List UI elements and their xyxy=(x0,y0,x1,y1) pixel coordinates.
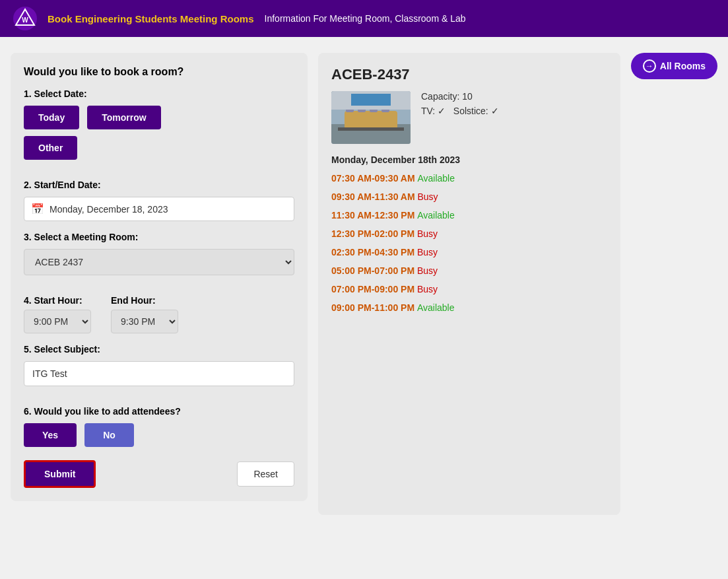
room-image xyxy=(331,91,411,144)
step4-section: 4. Start Hour: 9:00 PM 9:30 PM 10:00 PM … xyxy=(24,295,294,333)
step5-section: 5. Select Subject: xyxy=(24,344,294,397)
yes-button[interactable]: Yes xyxy=(24,423,77,447)
reset-button[interactable]: Reset xyxy=(237,461,294,487)
step5-label: 5. Select Subject: xyxy=(24,344,294,355)
slot-status-2: Available xyxy=(417,210,455,221)
other-button[interactable]: Other xyxy=(24,136,77,160)
booking-form-panel: Would you like to book a room? 1. Select… xyxy=(11,53,308,501)
time-range-1: 09:30 AM-11:30 AM xyxy=(331,191,417,202)
svg-rect-6 xyxy=(338,127,404,131)
step1-section: 1. Select Date: Today Tomorrow Other xyxy=(24,88,294,170)
header: W Book Engineering Students Meeting Room… xyxy=(0,0,728,37)
time-slots-container: 07:30 AM-09:30 AM Available09:30 AM-11:3… xyxy=(331,173,607,313)
time-range-0: 07:30 AM-09:30 AM xyxy=(331,173,417,184)
time-slot-6: 07:00 PM-09:00 PM Busy xyxy=(331,284,607,294)
room-details: Capacity: 10 TV: ✓ Solstice: ✓ xyxy=(421,91,499,144)
solstice-label: Solstice: xyxy=(453,106,491,116)
time-range-5: 05:00 PM-07:00 PM xyxy=(331,265,417,276)
start-hour-select[interactable]: 9:00 PM 9:30 PM 10:00 PM xyxy=(24,310,91,333)
slot-status-6: Busy xyxy=(417,284,438,294)
room-photo xyxy=(331,91,411,144)
submit-button[interactable]: Submit xyxy=(24,460,96,488)
room-select[interactable]: ACEB 2437 ACEB 2438 ACEB 2439 xyxy=(24,249,294,275)
time-slot-2: 11:30 AM-12:30 PM Available xyxy=(331,210,607,221)
calendar-icon: 📅 xyxy=(31,203,44,215)
start-hour-group: 4. Start Hour: 9:00 PM 9:30 PM 10:00 PM xyxy=(24,295,91,333)
university-logo-icon: W xyxy=(13,7,37,30)
step6-label: 6. Would you like to add attendees? xyxy=(24,406,294,417)
date-button-row: Today Tomorrow xyxy=(24,106,294,129)
form-actions: Submit Reset xyxy=(24,460,294,488)
tv-check: ✓ xyxy=(438,106,446,116)
time-range-4: 02:30 PM-04:30 PM xyxy=(331,247,417,257)
tv-label: TV: xyxy=(421,106,438,116)
room-capacity: Capacity: 10 xyxy=(421,91,499,102)
start-hour-label: 4. Start Hour: xyxy=(24,295,91,306)
room-name: ACEB-2437 xyxy=(331,66,607,83)
time-range-3: 12:30 PM-02:00 PM xyxy=(331,228,417,239)
time-slot-3: 12:30 PM-02:00 PM Busy xyxy=(331,228,607,239)
time-range-7: 09:00 PM-11:00 PM xyxy=(331,302,417,313)
end-hour-select[interactable]: 9:30 PM 10:00 PM 10:30 PM xyxy=(111,310,178,333)
step3-section: 3. Select a Meeting Room: ACEB 2437 ACEB… xyxy=(24,232,294,286)
arrow-circle-icon: → xyxy=(643,59,656,73)
all-rooms-area: → All Rooms xyxy=(631,53,717,79)
time-slot-7: 09:00 PM-11:00 PM Available xyxy=(331,302,607,313)
step6-section: 6. Would you like to add attendees? Yes … xyxy=(24,406,294,447)
step1-label: 1. Select Date: xyxy=(24,88,294,99)
time-slot-0: 07:30 AM-09:30 AM Available xyxy=(331,173,607,184)
header-title[interactable]: Book Engineering Students Meeting Rooms xyxy=(48,13,254,24)
form-title: Would you like to book a room? xyxy=(24,66,294,78)
room-info-panel: ACEB-2437 xyxy=(318,53,620,515)
date-input[interactable] xyxy=(50,204,287,215)
end-hour-group: End Hour: 9:30 PM 10:00 PM 10:30 PM xyxy=(111,295,178,333)
solstice-check: ✓ xyxy=(491,106,499,116)
step2-label: 2. Start/End Date: xyxy=(24,180,294,190)
slot-status-5: Busy xyxy=(417,265,438,276)
svg-text:W: W xyxy=(22,17,28,24)
step2-section: 2. Start/End Date: 📅 xyxy=(24,180,294,221)
time-slot-4: 02:30 PM-04:30 PM Busy xyxy=(331,247,607,257)
all-rooms-button[interactable]: → All Rooms xyxy=(631,53,717,79)
no-button[interactable]: No xyxy=(84,423,134,447)
slot-status-0: Available xyxy=(417,173,455,184)
slot-status-3: Busy xyxy=(417,228,438,239)
attendee-button-row: Yes No xyxy=(24,423,294,447)
end-hour-label: End Hour: xyxy=(111,295,178,306)
slot-status-4: Busy xyxy=(417,247,438,257)
step3-label: 3. Select a Meeting Room: xyxy=(24,232,294,242)
main-content: Would you like to book a room? 1. Select… xyxy=(0,37,728,531)
time-slot-1: 09:30 AM-11:30 AM Busy xyxy=(331,191,607,202)
room-info-row: Capacity: 10 TV: ✓ Solstice: ✓ xyxy=(331,91,607,144)
svg-rect-12 xyxy=(351,94,391,106)
date-input-wrapper: 📅 xyxy=(24,197,294,221)
time-range-6: 07:00 PM-09:00 PM xyxy=(331,284,417,294)
time-slot-5: 05:00 PM-07:00 PM Busy xyxy=(331,265,607,276)
all-rooms-label: All Rooms xyxy=(660,61,706,71)
time-range-2: 11:30 AM-12:30 PM xyxy=(331,210,417,221)
today-button[interactable]: Today xyxy=(24,106,79,129)
room-tv-solstice: TV: ✓ Solstice: ✓ xyxy=(421,106,499,116)
subject-input[interactable] xyxy=(24,361,294,386)
header-subtitle: Information For Meeting Room, Classroom … xyxy=(265,13,466,24)
hour-row: 4. Start Hour: 9:00 PM 9:30 PM 10:00 PM … xyxy=(24,295,294,333)
tomorrow-button[interactable]: Tomorrow xyxy=(87,106,160,129)
slot-status-7: Available xyxy=(417,302,455,313)
slot-status-1: Busy xyxy=(417,191,438,202)
room-date: Monday, December 18th 2023 xyxy=(331,154,607,165)
